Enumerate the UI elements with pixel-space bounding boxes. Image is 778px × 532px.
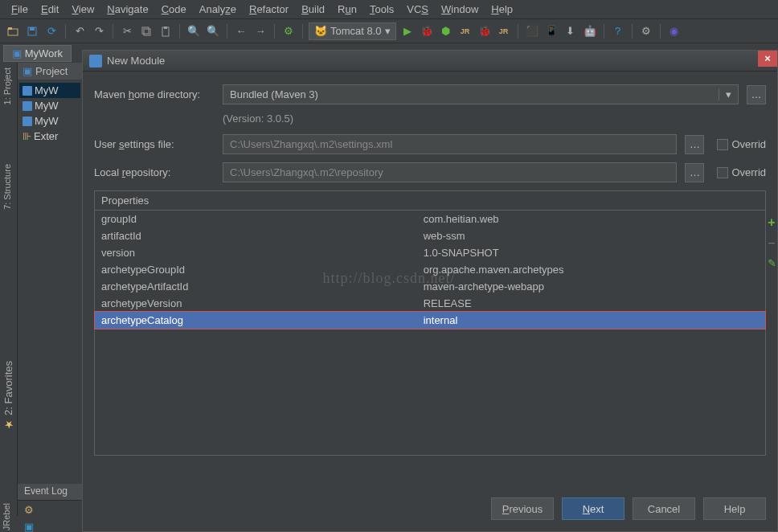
- property-row[interactable]: artifactIdweb-ssm: [95, 227, 765, 244]
- user-settings-field[interactable]: C:\Users\Zhangxq\.m2\settings.xml: [223, 134, 677, 154]
- build-icon[interactable]: ⚙: [280, 23, 297, 39]
- svg-rect-1: [8, 27, 12, 30]
- run-icon[interactable]: ▶: [399, 23, 416, 39]
- jr2-icon[interactable]: JR: [496, 23, 512, 39]
- dialog-icon: [89, 55, 102, 68]
- tree-item[interactable]: ⊪ Exter: [19, 129, 80, 144]
- sidebar-tab-favorites[interactable]: ★ 2: Favorites: [0, 356, 17, 436]
- dropdown-icon: ▾: [385, 25, 391, 37]
- copy-icon[interactable]: [138, 23, 154, 39]
- menu-refactor[interactable]: Refactor: [243, 3, 295, 15]
- forward-icon[interactable]: →: [252, 23, 268, 39]
- left-gutter: 1: Project 7: Structure ★ 2: Favorites: [0, 63, 18, 516]
- user-settings-label: User settings file:: [94, 138, 215, 150]
- browse-button[interactable]: …: [685, 163, 704, 182]
- toolbar: ⟳ ↶ ↷ ✂ 🔍 🔍 ← → ⚙ 🐱 Tomcat 8.0 ▾ ▶ 🐞 ⬢ J…: [0, 19, 778, 43]
- property-row[interactable]: archetypeGroupIdorg.apache.maven.archety…: [95, 261, 765, 278]
- property-tools: + − ✎: [765, 215, 778, 278]
- browse-button[interactable]: …: [685, 135, 704, 154]
- svg-rect-5: [144, 29, 150, 35]
- help-icon[interactable]: ?: [610, 23, 626, 39]
- menu-file[interactable]: File: [5, 3, 35, 15]
- find-icon[interactable]: 🔍: [186, 23, 202, 39]
- dialog-titlebar: New Module ×: [83, 51, 777, 72]
- tree-item[interactable]: MyW: [19, 83, 80, 98]
- dialog-buttons: Previous Next Cancel Help: [491, 497, 766, 520]
- run-config-label: Tomcat 8.0: [330, 25, 382, 37]
- maven-home-combo[interactable]: Bundled (Maven 3) ▾: [223, 84, 739, 104]
- sdk-icon[interactable]: ⬇: [563, 23, 579, 39]
- properties-panel: Properties groupIdcom.heitian.web artifa…: [94, 190, 766, 456]
- property-row-selected[interactable]: archetypeCataloginternal: [95, 312, 765, 329]
- remove-property-button[interactable]: −: [765, 236, 778, 249]
- tree-item[interactable]: MyW: [19, 113, 80, 129]
- close-button[interactable]: ×: [758, 51, 777, 67]
- maven-version-text: (Version: 3.0.5): [223, 113, 766, 125]
- replace-icon[interactable]: 🔍: [205, 23, 221, 39]
- override-checkbox[interactable]: Overrid: [717, 138, 766, 150]
- property-row[interactable]: groupIdcom.heitian.web: [95, 211, 765, 227]
- sidebar-tab-structure[interactable]: 7: Structure: [0, 159, 14, 215]
- menu-vcs[interactable]: VCS: [400, 3, 435, 15]
- jrebel-icon[interactable]: ⚙: [638, 23, 654, 39]
- cancel-button[interactable]: Cancel: [633, 497, 695, 520]
- override-checkbox[interactable]: Overrid: [717, 166, 766, 178]
- svg-rect-4: [142, 27, 149, 34]
- next-button[interactable]: Next: [562, 497, 624, 520]
- menu-navigate[interactable]: Navigate: [100, 3, 154, 15]
- cut-icon[interactable]: ✂: [119, 23, 135, 39]
- run-config-selector[interactable]: 🐱 Tomcat 8.0 ▾: [309, 23, 396, 40]
- menu-view[interactable]: View: [65, 3, 100, 15]
- debug-icon[interactable]: 🐞: [419, 23, 435, 39]
- menubar: File Edit View Navigate Code Analyze Ref…: [0, 0, 778, 19]
- android-icon[interactable]: 🤖: [582, 23, 598, 39]
- refresh-icon[interactable]: ⟳: [43, 23, 59, 39]
- sidebar-tab-project[interactable]: 1: Project: [0, 63, 14, 109]
- properties-table[interactable]: groupIdcom.heitian.web artifactIdweb-ssm…: [95, 211, 765, 329]
- undo-icon[interactable]: ↶: [72, 23, 88, 39]
- save-icon[interactable]: [24, 23, 40, 39]
- property-row[interactable]: archetypeArtifactIdmaven-archetype-webap…: [95, 278, 765, 295]
- dialog-title: New Module: [107, 55, 165, 67]
- local-repo-field[interactable]: C:\Users\Zhangxq\.m2\repository: [223, 162, 677, 182]
- avd-icon[interactable]: 📱: [543, 23, 559, 39]
- properties-header: Properties: [95, 191, 765, 211]
- menu-build[interactable]: Build: [295, 3, 331, 15]
- local-repo-label: Local repository:: [94, 166, 215, 178]
- svg-rect-7: [164, 27, 167, 29]
- project-tool-window: ▣ Project MyW MyW MyW ⊪ Exter: [18, 63, 82, 484]
- editor-tab[interactable]: ▣ MyWork: [3, 45, 72, 62]
- browse-button[interactable]: …: [747, 85, 766, 104]
- open-icon[interactable]: [5, 23, 21, 39]
- maven-home-label: Maven home directory:: [94, 88, 215, 100]
- jr-debug-icon[interactable]: 🐞: [477, 23, 493, 39]
- paste-icon[interactable]: [158, 23, 174, 39]
- chevron-down-icon: ▾: [719, 88, 731, 100]
- menu-code[interactable]: Code: [155, 3, 193, 15]
- project-tool-header[interactable]: ▣ Project: [18, 63, 82, 80]
- redo-icon[interactable]: ↷: [91, 23, 107, 39]
- menu-edit[interactable]: Edit: [35, 3, 65, 15]
- help-button[interactable]: Help: [703, 497, 766, 520]
- svg-rect-0: [8, 29, 18, 35]
- stop-icon[interactable]: ⬛: [524, 23, 540, 39]
- eclipse-icon[interactable]: ◉: [666, 23, 682, 39]
- edit-property-button[interactable]: ✎: [765, 257, 778, 270]
- svg-rect-3: [30, 27, 35, 31]
- tree-item[interactable]: MyW: [19, 98, 80, 113]
- coverage-icon[interactable]: ⬢: [438, 23, 454, 39]
- menu-run[interactable]: Run: [331, 3, 363, 15]
- jr-icon[interactable]: JR: [457, 23, 473, 39]
- back-icon[interactable]: ←: [233, 23, 249, 39]
- property-row[interactable]: version1.0-SNAPSHOT: [95, 244, 765, 261]
- new-module-dialog: New Module × Maven home directory: Bundl…: [82, 50, 778, 532]
- previous-button[interactable]: Previous: [491, 497, 554, 520]
- add-property-button[interactable]: +: [765, 215, 778, 228]
- menu-tools[interactable]: Tools: [363, 3, 400, 15]
- menu-analyze[interactable]: Analyze: [193, 3, 243, 15]
- property-row[interactable]: archetypeVersionRELEASE: [95, 295, 765, 312]
- menu-help[interactable]: Help: [485, 3, 519, 15]
- sidebar-tab-jrebel[interactable]: JRebel: [0, 501, 13, 532]
- menu-window[interactable]: Window: [435, 3, 485, 15]
